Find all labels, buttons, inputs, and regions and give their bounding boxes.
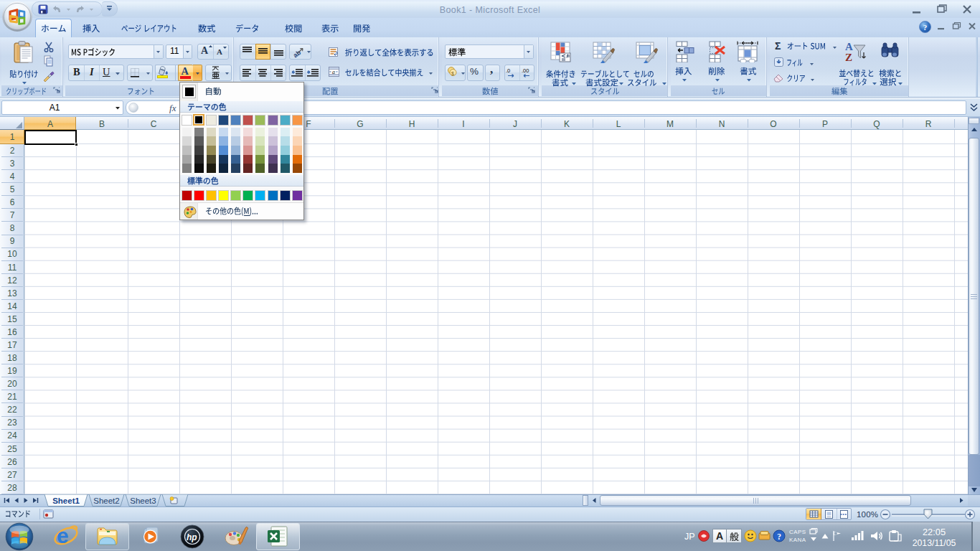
svg-text:e: e [57, 524, 69, 547]
svg-text:A: A [217, 47, 222, 56]
svg-text:a: a [332, 69, 335, 75]
svg-text:?: ? [777, 532, 781, 541]
svg-text:A: A [201, 45, 209, 56]
svg-text:.0: .0 [506, 67, 510, 74]
svg-text:Z: Z [845, 52, 852, 63]
svg-text:.00: .00 [522, 67, 529, 74]
svg-text:$: $ [451, 71, 454, 76]
svg-text:A: A [845, 41, 853, 52]
svg-text:hp: hp [187, 532, 197, 542]
svg-text:?: ? [923, 23, 928, 32]
